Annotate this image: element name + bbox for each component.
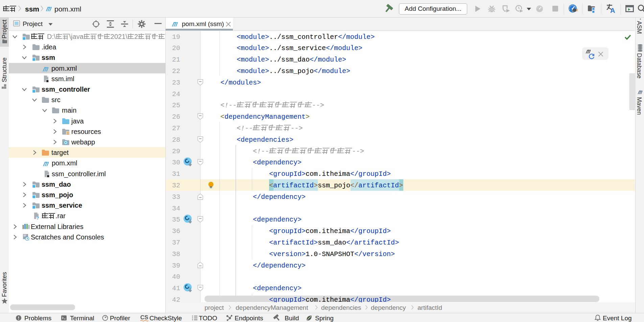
svg-text:?: ?	[37, 215, 39, 220]
